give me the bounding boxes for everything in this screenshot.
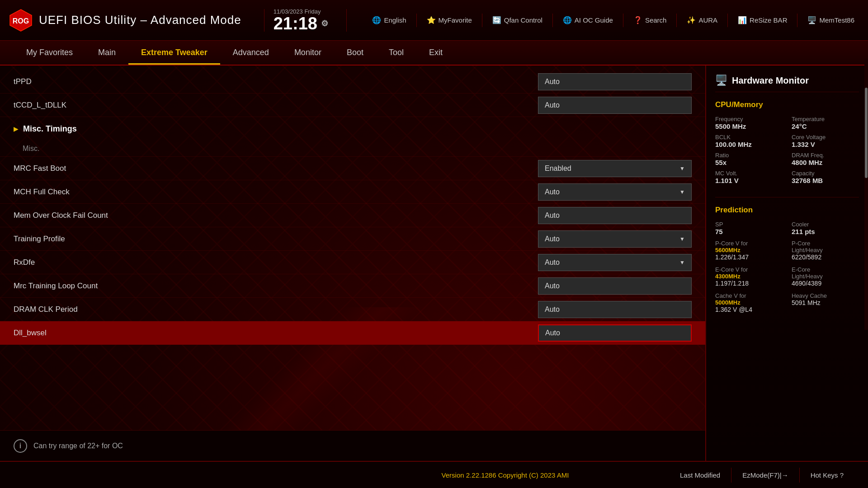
memtest-icon: 🖥️ bbox=[807, 16, 816, 24]
header: ROG UEFI BIOS Utility – Advanced Mode 11… bbox=[0, 0, 868, 41]
mrc-fast-boot-dropdown[interactable]: Enabled ▼ bbox=[538, 160, 692, 177]
prediction-section-title: Prediction bbox=[715, 206, 859, 215]
setting-row-rxdfe[interactable]: RxDfe Auto ▼ bbox=[0, 251, 705, 274]
mch-full-check-dropdown[interactable]: Auto ▼ bbox=[538, 183, 692, 201]
training-profile-dropdown[interactable]: Auto ▼ bbox=[538, 230, 692, 248]
resizebar-icon: 📊 bbox=[738, 16, 747, 24]
ecore-right: E-Core Light/Heavy 4690/4389 bbox=[792, 266, 859, 287]
footer-hot-keys[interactable]: Hot Keys ? bbox=[799, 468, 854, 483]
tppd-value: Auto bbox=[538, 73, 692, 90]
mch-full-check-value[interactable]: Auto ▼ bbox=[538, 183, 692, 201]
info-text: Can try range of 22+ for OC bbox=[33, 442, 123, 450]
tool-search[interactable]: ❓ Search bbox=[629, 13, 671, 27]
ecore-v-label: E-Core V for bbox=[715, 266, 783, 273]
training-profile-value[interactable]: Auto ▼ bbox=[538, 230, 692, 248]
setting-row-dll-bwsel[interactable]: Dll_bwsel Auto bbox=[0, 321, 705, 345]
right-panel-header: 🖥️ Hardware Monitor bbox=[715, 75, 859, 92]
tool-aura-label: AURA bbox=[698, 16, 717, 24]
settings-list: tPPD Auto tCCD_L_tDLLK Auto bbox=[0, 66, 705, 430]
pcore-5600-row: P-Core V for 5600MHz 1.226/1.347 P-Core … bbox=[715, 240, 859, 261]
pcore-5600-values: P-Core V for 5600MHz 1.226/1.347 P-Core … bbox=[715, 240, 859, 261]
ratio-value: 55x bbox=[715, 159, 783, 166]
frequency-cell: Frequency 5500 MHz bbox=[715, 116, 783, 130]
nav-exit[interactable]: Exit bbox=[416, 41, 455, 65]
ecore-4300-values: E-Core V for 4300MHz 1.197/1.218 E-Core … bbox=[715, 266, 859, 287]
dram-clk-value-box: Auto bbox=[538, 301, 692, 318]
setting-row-mem-over-clock[interactable]: Mem Over Clock Fail Count Auto bbox=[0, 204, 705, 227]
mrc-fast-boot-value[interactable]: Enabled ▼ bbox=[538, 160, 692, 177]
tool-memtest[interactable]: 🖥️ MemTest86 bbox=[803, 13, 859, 27]
mc-volt-label: MC Volt. bbox=[715, 170, 783, 177]
tool-resizebar[interactable]: 📊 ReSize BAR bbox=[733, 13, 792, 27]
heavy-cache-right: Heavy Cache 5091 MHz bbox=[792, 292, 859, 313]
setting-row-tccd[interactable]: tCCD_L_tDLLK Auto bbox=[0, 94, 705, 117]
core-voltage-label: Core Voltage bbox=[792, 134, 859, 141]
pcore-v-label: P-Core V for bbox=[715, 240, 783, 247]
section-arrow-icon: ▶ bbox=[14, 125, 19, 132]
ratio-label: Ratio bbox=[715, 152, 783, 159]
header-time-container: 21:18 ⚙ bbox=[274, 15, 328, 32]
temperature-label: Temperature bbox=[792, 116, 859, 122]
header-time: 21:18 bbox=[274, 15, 317, 32]
monitor-divider bbox=[715, 197, 859, 197]
tppd-label: tPPD bbox=[14, 77, 538, 86]
mem-over-clock-value-box: Auto bbox=[538, 207, 692, 224]
tool-separator-5 bbox=[676, 14, 677, 27]
tool-aioc[interactable]: 🌐 AI OC Guide bbox=[558, 13, 618, 27]
nav-my-favorites[interactable]: My Favorites bbox=[14, 41, 85, 65]
setting-row-mrc-fast-boot[interactable]: MRC Fast Boot Enabled ▼ bbox=[0, 157, 705, 180]
mc-volt-value: 1.101 V bbox=[715, 177, 783, 184]
setting-row-mch-full-check[interactable]: MCH Full Check Auto ▼ bbox=[0, 180, 705, 204]
footer-version: Version 2.22.1286 Copyright (C) 2023 AMI bbox=[341, 471, 669, 479]
tool-aura[interactable]: ✨ AURA bbox=[682, 13, 722, 27]
pcore-light-sub: Light/Heavy bbox=[792, 247, 859, 253]
mrc-training-label: Mrc Training Loop Count bbox=[14, 282, 538, 291]
rxdfe-dropdown[interactable]: Auto ▼ bbox=[538, 254, 692, 271]
search-question-icon: ❓ bbox=[633, 16, 642, 24]
tool-english-label: English bbox=[384, 16, 406, 24]
nav-main[interactable]: Main bbox=[85, 41, 128, 65]
mrc-training-value: Auto bbox=[538, 277, 692, 295]
nav-monitor[interactable]: Monitor bbox=[282, 41, 334, 65]
tool-qfan[interactable]: 🔄 Qfan Control bbox=[488, 13, 547, 27]
setting-row-tppd[interactable]: tPPD Auto bbox=[0, 70, 705, 94]
dropdown-arrow-icon-4: ▼ bbox=[679, 259, 685, 266]
ecore-v-left: E-Core V for 4300MHz 1.197/1.218 bbox=[715, 266, 783, 287]
tool-myfavorite[interactable]: ⭐ MyFavorite bbox=[422, 13, 476, 27]
tool-myfavorite-label: MyFavorite bbox=[439, 16, 472, 24]
ecore-4300-freq: 4300MHz bbox=[715, 273, 783, 280]
nav-advanced[interactable]: Advanced bbox=[220, 41, 282, 65]
rxdfe-value[interactable]: Auto ▼ bbox=[538, 254, 692, 271]
tccd-value-box: Auto bbox=[538, 97, 692, 114]
dll-bwsel-label: Dll_bwsel bbox=[14, 328, 538, 338]
footer-actions: Last Modified EzMode(F7)|→ Hot Keys ? bbox=[669, 468, 854, 483]
cache-5000-row: Cache V for 5000MHz 1.362 V @L4 Heavy Ca… bbox=[715, 292, 859, 313]
setting-row-misc-timings[interactable]: ▶ Misc. Timings bbox=[0, 117, 705, 141]
setting-row-training-profile[interactable]: Training Profile Auto ▼ bbox=[0, 227, 705, 251]
setting-row-dram-clk[interactable]: DRAM CLK Period Auto bbox=[0, 298, 705, 321]
tool-english[interactable]: 🌐 English bbox=[368, 13, 410, 27]
navbar: My Favorites Main Extreme Tweaker Advanc… bbox=[0, 41, 868, 66]
sp-value: 75 bbox=[715, 228, 783, 235]
dll-bwsel-value-box: Auto bbox=[538, 324, 692, 342]
frequency-label: Frequency bbox=[715, 116, 783, 122]
ratio-cell: Ratio 55x bbox=[715, 152, 783, 166]
bclk-cell: BCLK 100.00 MHz bbox=[715, 134, 783, 148]
nav-tool[interactable]: Tool bbox=[376, 41, 416, 65]
tool-memtest-label: MemTest86 bbox=[819, 16, 854, 24]
info-bar: i Can try range of 22+ for OC bbox=[0, 430, 705, 461]
cooler-label: Cooler bbox=[792, 221, 859, 228]
bclk-value: 100.00 MHz bbox=[715, 141, 783, 148]
ecore-light-label: E-Core bbox=[792, 266, 859, 273]
nav-extreme-tweaker[interactable]: Extreme Tweaker bbox=[128, 41, 220, 65]
dram-freq-cell: DRAM Freq. 4800 MHz bbox=[792, 152, 859, 166]
setting-row-mrc-training[interactable]: Mrc Training Loop Count Auto bbox=[0, 274, 705, 298]
pcore-light-label: P-Core bbox=[792, 240, 859, 247]
nav-boot[interactable]: Boot bbox=[334, 41, 376, 65]
footer-ez-mode[interactable]: EzMode(F7)|→ bbox=[731, 468, 799, 483]
cooler-value: 211 pts bbox=[792, 228, 859, 235]
aura-icon: ✨ bbox=[687, 16, 696, 24]
footer-last-modified[interactable]: Last Modified bbox=[669, 468, 731, 483]
settings-icon[interactable]: ⚙ bbox=[321, 19, 328, 28]
temperature-cell: Temperature 24°C bbox=[792, 116, 859, 130]
